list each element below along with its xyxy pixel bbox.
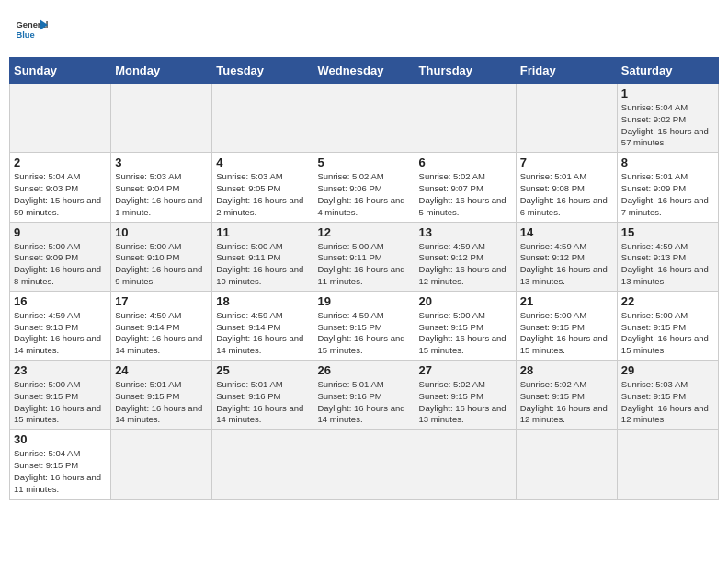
day-number: 24 bbox=[115, 363, 208, 377]
day-info: Sunrise: 5:00 AM Sunset: 9:10 PM Dayligh… bbox=[115, 241, 208, 288]
day-info: Sunrise: 5:03 AM Sunset: 9:05 PM Dayligh… bbox=[216, 171, 309, 218]
calendar-cell: 10Sunrise: 5:00 AM Sunset: 9:10 PM Dayli… bbox=[111, 222, 212, 291]
day-info: Sunrise: 5:00 AM Sunset: 9:15 PM Dayligh… bbox=[14, 379, 107, 426]
calendar-cell: 4Sunrise: 5:03 AM Sunset: 9:05 PM Daylig… bbox=[212, 153, 313, 222]
calendar-cell: 22Sunrise: 5:00 AM Sunset: 9:15 PM Dayli… bbox=[617, 291, 718, 360]
day-number: 19 bbox=[317, 294, 410, 308]
day-info: Sunrise: 4:59 AM Sunset: 9:14 PM Dayligh… bbox=[115, 310, 208, 357]
calendar-cell: 30Sunrise: 5:04 AM Sunset: 9:15 PM Dayli… bbox=[10, 430, 111, 499]
day-info: Sunrise: 5:01 AM Sunset: 9:16 PM Dayligh… bbox=[216, 379, 309, 426]
day-info: Sunrise: 5:04 AM Sunset: 9:02 PM Dayligh… bbox=[621, 102, 714, 149]
day-of-week-thursday: Thursday bbox=[415, 58, 516, 84]
day-number: 22 bbox=[621, 294, 714, 308]
day-number: 29 bbox=[621, 363, 714, 377]
day-info: Sunrise: 4:59 AM Sunset: 9:15 PM Dayligh… bbox=[317, 310, 410, 357]
day-of-week-monday: Monday bbox=[111, 58, 212, 84]
calendar-cell: 28Sunrise: 5:02 AM Sunset: 9:15 PM Dayli… bbox=[516, 361, 617, 430]
day-number: 28 bbox=[520, 363, 613, 377]
calendar-cell: 24Sunrise: 5:01 AM Sunset: 9:15 PM Dayli… bbox=[111, 361, 212, 430]
calendar-cell bbox=[313, 430, 415, 499]
calendar-table: SundayMondayTuesdayWednesdayThursdayFrid… bbox=[9, 57, 719, 500]
calendar-cell: 1Sunrise: 5:04 AM Sunset: 9:02 PM Daylig… bbox=[617, 84, 718, 153]
day-info: Sunrise: 5:02 AM Sunset: 9:06 PM Dayligh… bbox=[317, 171, 410, 218]
calendar-cell: 25Sunrise: 5:01 AM Sunset: 9:16 PM Dayli… bbox=[212, 361, 313, 430]
day-info: Sunrise: 5:04 AM Sunset: 9:15 PM Dayligh… bbox=[14, 448, 107, 495]
day-number: 11 bbox=[216, 225, 309, 239]
day-of-week-sunday: Sunday bbox=[10, 58, 111, 84]
day-info: Sunrise: 5:02 AM Sunset: 9:07 PM Dayligh… bbox=[419, 171, 512, 218]
day-number: 27 bbox=[419, 363, 512, 377]
day-info: Sunrise: 5:04 AM Sunset: 9:03 PM Dayligh… bbox=[14, 171, 107, 218]
day-number: 21 bbox=[520, 294, 613, 308]
calendar-cell: 11Sunrise: 5:00 AM Sunset: 9:11 PM Dayli… bbox=[212, 222, 313, 291]
day-info: Sunrise: 5:01 AM Sunset: 9:09 PM Dayligh… bbox=[621, 171, 714, 218]
calendar-cell bbox=[10, 84, 111, 153]
day-of-week-tuesday: Tuesday bbox=[212, 58, 313, 84]
day-number: 16 bbox=[14, 294, 107, 308]
day-number: 9 bbox=[14, 225, 107, 239]
day-number: 30 bbox=[14, 432, 107, 446]
logo: General Blue bbox=[15, 13, 51, 46]
calendar-cell: 5Sunrise: 5:02 AM Sunset: 9:06 PM Daylig… bbox=[313, 153, 415, 222]
day-number: 7 bbox=[520, 155, 613, 169]
day-number: 1 bbox=[621, 86, 714, 100]
day-info: Sunrise: 5:00 AM Sunset: 9:11 PM Dayligh… bbox=[216, 241, 309, 288]
day-number: 5 bbox=[317, 155, 410, 169]
day-number: 17 bbox=[115, 294, 208, 308]
calendar-cell: 19Sunrise: 4:59 AM Sunset: 9:15 PM Dayli… bbox=[313, 291, 415, 360]
calendar-cell: 6Sunrise: 5:02 AM Sunset: 9:07 PM Daylig… bbox=[415, 153, 516, 222]
calendar-cell: 2Sunrise: 5:04 AM Sunset: 9:03 PM Daylig… bbox=[10, 153, 111, 222]
calendar-cell: 9Sunrise: 5:00 AM Sunset: 9:09 PM Daylig… bbox=[10, 222, 111, 291]
calendar-cell: 18Sunrise: 4:59 AM Sunset: 9:14 PM Dayli… bbox=[212, 291, 313, 360]
calendar-cell bbox=[212, 430, 313, 499]
calendar-cell bbox=[111, 84, 212, 153]
calendar-cell: 27Sunrise: 5:02 AM Sunset: 9:15 PM Dayli… bbox=[415, 361, 516, 430]
day-info: Sunrise: 4:59 AM Sunset: 9:12 PM Dayligh… bbox=[520, 241, 613, 288]
day-info: Sunrise: 5:01 AM Sunset: 9:08 PM Dayligh… bbox=[520, 171, 613, 218]
day-number: 26 bbox=[317, 363, 410, 377]
calendar-cell: 15Sunrise: 4:59 AM Sunset: 9:13 PM Dayli… bbox=[617, 222, 718, 291]
calendar-cell bbox=[516, 84, 617, 153]
day-number: 15 bbox=[621, 225, 714, 239]
day-info: Sunrise: 5:02 AM Sunset: 9:15 PM Dayligh… bbox=[419, 379, 512, 426]
day-number: 12 bbox=[317, 225, 410, 239]
calendar-cell bbox=[415, 430, 516, 499]
day-info: Sunrise: 5:01 AM Sunset: 9:16 PM Dayligh… bbox=[317, 379, 410, 426]
calendar-cell: 29Sunrise: 5:03 AM Sunset: 9:15 PM Dayli… bbox=[617, 361, 718, 430]
day-info: Sunrise: 4:59 AM Sunset: 9:14 PM Dayligh… bbox=[216, 310, 309, 357]
day-info: Sunrise: 5:02 AM Sunset: 9:15 PM Dayligh… bbox=[520, 379, 613, 426]
calendar-cell bbox=[415, 84, 516, 153]
calendar-cell: 26Sunrise: 5:01 AM Sunset: 9:16 PM Dayli… bbox=[313, 361, 415, 430]
day-info: Sunrise: 4:59 AM Sunset: 9:13 PM Dayligh… bbox=[14, 310, 107, 357]
day-number: 18 bbox=[216, 294, 309, 308]
calendar-cell: 14Sunrise: 4:59 AM Sunset: 9:12 PM Dayli… bbox=[516, 222, 617, 291]
day-number: 14 bbox=[520, 225, 613, 239]
page-header: General Blue bbox=[9, 9, 719, 50]
day-info: Sunrise: 5:00 AM Sunset: 9:15 PM Dayligh… bbox=[419, 310, 512, 357]
calendar-cell: 13Sunrise: 4:59 AM Sunset: 9:12 PM Dayli… bbox=[415, 222, 516, 291]
day-number: 4 bbox=[216, 155, 309, 169]
day-number: 23 bbox=[14, 363, 107, 377]
calendar-cell bbox=[617, 430, 718, 499]
calendar-cell: 8Sunrise: 5:01 AM Sunset: 9:09 PM Daylig… bbox=[617, 153, 718, 222]
day-number: 8 bbox=[621, 155, 714, 169]
day-number: 2 bbox=[14, 155, 107, 169]
calendar-cell: 20Sunrise: 5:00 AM Sunset: 9:15 PM Dayli… bbox=[415, 291, 516, 360]
day-info: Sunrise: 5:00 AM Sunset: 9:15 PM Dayligh… bbox=[621, 310, 714, 357]
calendar-cell bbox=[516, 430, 617, 499]
calendar-cell: 21Sunrise: 5:00 AM Sunset: 9:15 PM Dayli… bbox=[516, 291, 617, 360]
logo-icon: General Blue bbox=[15, 13, 48, 46]
day-number: 6 bbox=[419, 155, 512, 169]
calendar-cell bbox=[212, 84, 313, 153]
calendar-cell: 23Sunrise: 5:00 AM Sunset: 9:15 PM Dayli… bbox=[10, 361, 111, 430]
calendar-cell: 17Sunrise: 4:59 AM Sunset: 9:14 PM Dayli… bbox=[111, 291, 212, 360]
calendar-cell: 12Sunrise: 5:00 AM Sunset: 9:11 PM Dayli… bbox=[313, 222, 415, 291]
calendar-cell: 3Sunrise: 5:03 AM Sunset: 9:04 PM Daylig… bbox=[111, 153, 212, 222]
day-of-week-wednesday: Wednesday bbox=[313, 58, 415, 84]
calendar-cell: 7Sunrise: 5:01 AM Sunset: 9:08 PM Daylig… bbox=[516, 153, 617, 222]
day-of-week-friday: Friday bbox=[516, 58, 617, 84]
calendar-cell bbox=[313, 84, 415, 153]
day-info: Sunrise: 5:00 AM Sunset: 9:11 PM Dayligh… bbox=[317, 241, 410, 288]
day-number: 3 bbox=[115, 155, 208, 169]
day-number: 20 bbox=[419, 294, 512, 308]
